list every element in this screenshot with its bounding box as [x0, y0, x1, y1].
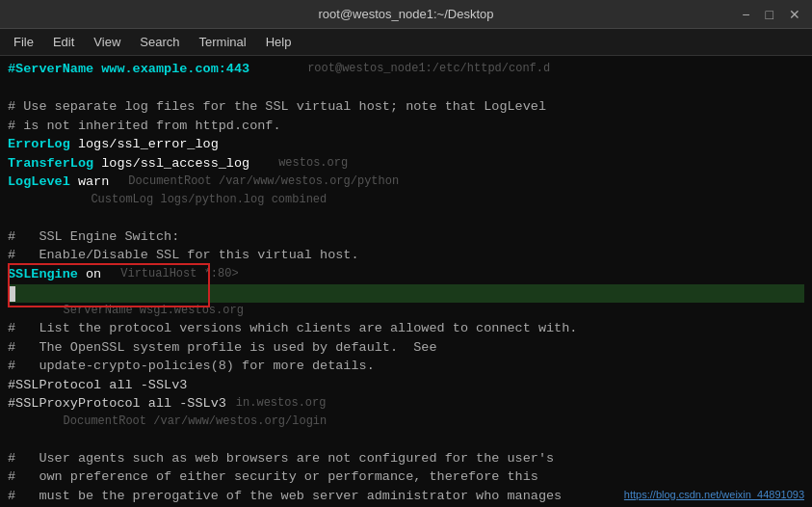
terminal-line: DocumentRoot /var/www/westos.org/login [8, 414, 804, 430]
code-text: #SSLProxyProtocol all -SSLv3 [8, 394, 226, 414]
code-text: # User agents such as web browsers are n… [8, 449, 554, 468]
code-text: SSLEngine [8, 265, 78, 284]
terminal-line: LogLevel warn DocumentRoot /var/www/west… [8, 173, 804, 192]
cursor-line[interactable] [8, 284, 804, 303]
menu-help[interactable]: Help [258, 32, 300, 52]
terminal-window: root@westos_node1:~/Desktop − □ ✕ File E… [0, 0, 812, 507]
terminal-line: # own preference of either security or p… [8, 467, 804, 487]
terminal-line: # is not inherited from httpd.conf. [8, 117, 804, 136]
code-text: # List the protocol versions which clien… [8, 319, 577, 338]
faded-overlay: DocumentRoot /var/www/westos.org/login [8, 414, 327, 430]
code-text: # Enable/Disable SSL for this virtual ho… [8, 246, 359, 265]
code-text: # own preference of either security or p… [8, 467, 538, 487]
terminal-line: # SSL Engine Switch: [8, 227, 804, 247]
terminal-line: #SSLProxyProtocol all -SSLv3 in.westos.o… [8, 394, 804, 414]
code-text: # is not inherited from httpd.conf. [8, 117, 281, 136]
code-text: ErrorLog [8, 135, 70, 154]
close-button[interactable]: ✕ [785, 6, 804, 23]
faded-overlay: DocumentRoot /var/www/westos.org/python [128, 173, 399, 190]
code-text: LogLevel [8, 173, 70, 192]
terminal-line: # List the protocol versions which clien… [8, 319, 804, 338]
window-controls: − □ ✕ [738, 6, 804, 23]
terminal-line: SSLEngine on VirtualHost *:80> [8, 265, 804, 284]
maximize-button[interactable]: □ [762, 6, 777, 23]
cursor-block [8, 286, 15, 302]
ssl-engine-region: SSLEngine on VirtualHost *:80> [8, 265, 804, 303]
menu-edit[interactable]: Edit [45, 32, 82, 52]
terminal-line: TransferLog logs/ssl_access_log westos.o… [8, 154, 804, 173]
title-bar: root@westos_node1:~/Desktop − □ ✕ [0, 0, 812, 29]
code-text: # must be the prerogative of the web ser… [8, 487, 562, 506]
terminal-line: #SSLProtocol all -SSLv3 [8, 376, 804, 395]
terminal-line [8, 430, 804, 449]
faded-overlay: root@westos_node1:/etc/httpd/conf.d [307, 61, 550, 77]
code-text: on [78, 265, 101, 284]
code-text: # Use separate log files for the SSL vir… [8, 97, 546, 117]
menu-view[interactable]: View [86, 32, 128, 52]
terminal-line: # Use separate log files for the SSL vir… [8, 97, 804, 117]
code-text: # SSL Engine Switch: [8, 227, 179, 247]
terminal-line [8, 79, 804, 98]
terminal-line: ServerName wsgi.westos.org [8, 303, 804, 319]
faded-overlay: westos.org [278, 155, 348, 172]
code-text: # update-crypto-policies(8) for more det… [8, 357, 375, 376]
code-text: TransferLog [8, 154, 93, 173]
terminal-body[interactable]: #ServerName www.example.com:443 root@wes… [0, 56, 812, 507]
terminal-line: #ServerName www.example.com:443 root@wes… [8, 60, 804, 79]
code-text: # The OpenSSL system profile is used by … [8, 338, 437, 358]
window-title: root@westos_node1:~/Desktop [319, 7, 494, 21]
watermark-link[interactable]: https://blog.csdn.net/weixin_44891093 [624, 488, 804, 503]
terminal-line: # update-crypto-policies(8) for more det… [8, 357, 804, 376]
faded-overlay: VirtualHost *:80> [120, 266, 238, 282]
menu-search[interactable]: Search [132, 32, 187, 52]
minimize-button[interactable]: − [738, 6, 753, 23]
menu-bar: File Edit View Search Terminal Help [0, 29, 812, 56]
code-text: logs/ssl_error_log [70, 135, 219, 154]
code-text: #ServerName www.example.com:443 [8, 60, 249, 79]
faded-overlay: CustomLog logs/python.log combined [8, 192, 327, 208]
faded-overlay: ServerName wsgi.westos.org [8, 303, 244, 319]
menu-file[interactable]: File [6, 32, 41, 52]
code-text: warn [70, 173, 110, 192]
terminal-line: # User agents such as web browsers are n… [8, 449, 804, 468]
terminal-line: ErrorLog logs/ssl_error_log [8, 135, 804, 154]
faded-overlay: in.westos.org [236, 395, 327, 412]
terminal-line [8, 208, 804, 227]
terminal-line: # The OpenSSL system profile is used by … [8, 338, 804, 358]
menu-terminal[interactable]: Terminal [192, 32, 254, 52]
code-text: #SSLProtocol all -SSLv3 [8, 376, 187, 395]
code-text: logs/ssl_access_log [93, 154, 249, 173]
terminal-line: # Enable/Disable SSL for this virtual ho… [8, 246, 804, 265]
terminal-line: CustomLog logs/python.log combined [8, 192, 804, 208]
